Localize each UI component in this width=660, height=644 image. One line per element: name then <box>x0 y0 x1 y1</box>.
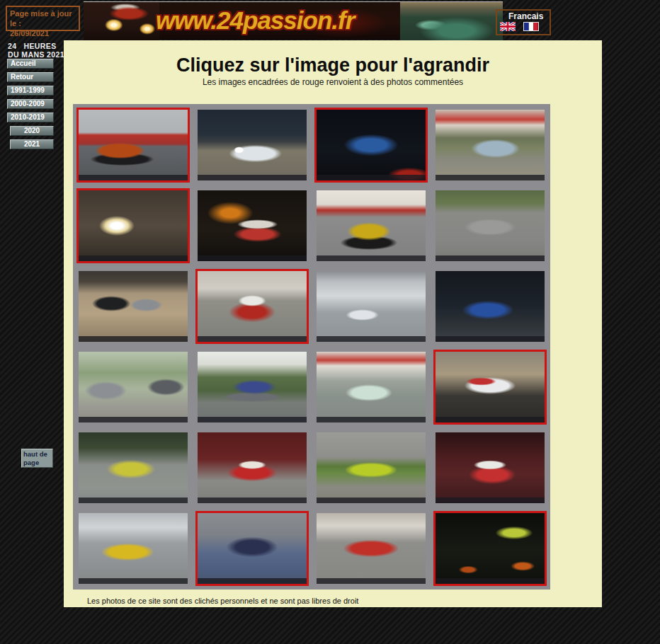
language-box: Francais <box>496 9 551 35</box>
thumb-photo <box>79 271 188 342</box>
banner-prototype-photo <box>84 2 159 40</box>
thumb-photo <box>317 432 426 503</box>
thumb-photo <box>198 190 307 261</box>
thumb-caption: © Foti - 24passion.fr <box>79 255 188 261</box>
france-flag-icon[interactable] <box>523 22 539 31</box>
thumb-photo <box>79 110 188 180</box>
gallery-thumb[interactable]: © Foti - 24passion.fr <box>433 511 547 586</box>
last-updated-box: Page mise à jour le : 26/09/2021 <box>6 6 80 31</box>
banner-astonmartin-photo <box>400 2 503 40</box>
gallery-thumb[interactable]: © Foti - 24passion.fr <box>314 350 428 425</box>
thumb-caption: © Foti - 24passion.fr <box>79 417 188 422</box>
thumb-photo <box>436 352 545 422</box>
site-banner[interactable]: www.24passion.fr <box>84 1 503 40</box>
thumb-caption: © Foti - 24passion.fr <box>436 255 545 261</box>
thumb-photo <box>436 271 545 342</box>
thumb-caption: © Foti - 24passion.fr <box>198 336 307 342</box>
main-panel: Cliquez sur l'image pour l'agrandir Les … <box>64 40 602 607</box>
gallery-thumb[interactable]: © Foti - 24passion.fr <box>314 108 428 183</box>
last-updated-date: 26/09/2021 <box>10 28 76 38</box>
gallery-thumb[interactable]: © Foti - 24passion.fr <box>195 350 309 425</box>
sidebar-item-2010-2019[interactable]: 2010-2019 <box>7 113 54 122</box>
thumb-caption: © Foti - 24passion.fr <box>198 175 307 180</box>
gallery-thumb[interactable]: © Foti - 24passion.fr <box>76 188 190 263</box>
thumb-photo <box>79 513 188 584</box>
thumb-photo <box>198 352 307 422</box>
gallery-thumb[interactable]: © Foti - 24passion.fr <box>76 108 190 183</box>
gallery-thumb[interactable]: © Foti - 24passion.fr <box>433 430 547 505</box>
thumb-photo <box>198 110 307 180</box>
copyright-note: Les photos de ce site sont des clichés p… <box>87 597 358 605</box>
last-updated-label: Page mise à jour le : <box>10 8 76 28</box>
gallery-thumb[interactable]: © Foti - 24passion.fr <box>433 269 547 344</box>
thumb-photo <box>317 513 426 584</box>
thumb-caption: © Foti - 24passion.fr <box>317 255 426 261</box>
thumb-caption: © Foti - 24passion.fr <box>317 498 426 503</box>
gallery-thumb[interactable]: © Foti - 24passion.fr <box>314 269 428 344</box>
sidebar-item-2000-2009[interactable]: 2000-2009 <box>7 99 54 109</box>
thumb-caption: © Foti - 24passion.fr <box>317 417 426 422</box>
thumb-photo <box>79 432 188 503</box>
thumb-caption: © Foti - 24passion.fr <box>198 578 307 584</box>
thumb-caption: © Foti - 24passion.fr <box>198 417 307 422</box>
gallery-thumb[interactable]: © Foti - 24passion.fr <box>76 269 190 344</box>
thumb-caption: © Foti - 24passion.fr <box>317 578 426 584</box>
gallery-thumb[interactable]: © Foti - 24passion.fr <box>433 108 547 183</box>
uk-flag-icon[interactable] <box>500 22 516 31</box>
thumb-caption: © Foti - 24passion.fr <box>79 175 188 180</box>
thumb-photo <box>317 271 426 342</box>
sidebar-item-2021[interactable]: 2021 <box>10 139 54 149</box>
thumb-caption: © Foti - 24passion.fr <box>436 175 545 180</box>
sidebar-item-2020[interactable]: 2020 <box>10 126 54 136</box>
thumb-photo <box>79 190 188 261</box>
back-to-top-button[interactable]: haut de page <box>21 449 53 468</box>
gallery-grid: © Foti - 24passion.fr © Foti - 24passion… <box>73 104 550 590</box>
page-title: Cliquez sur l'image pour l'agrandir <box>64 54 602 76</box>
thumb-photo <box>436 190 545 261</box>
gallery-thumb[interactable]: © Foti - 24passion.fr <box>314 188 428 263</box>
gallery-thumb[interactable]: © Foti - 24passion.fr <box>433 350 547 425</box>
thumb-photo <box>436 110 545 180</box>
thumb-caption: © Foti - 24passion.fr <box>436 417 545 422</box>
gallery-thumb[interactable]: © Foti - 24passion.fr <box>76 430 190 505</box>
sidebar-nav: Accueil Retour 1991-1999 2000-2009 2010-… <box>7 59 54 153</box>
gallery-thumb[interactable]: © Foti - 24passion.fr <box>195 269 309 344</box>
sidebar-item-accueil[interactable]: Accueil <box>7 59 54 69</box>
gallery-thumb[interactable]: © Foti - 24passion.fr <box>314 511 428 586</box>
gallery-thumb[interactable]: © Foti - 24passion.fr <box>76 511 190 586</box>
thumb-caption: © Foti - 24passion.fr <box>436 578 545 584</box>
gallery-thumb[interactable]: © Foti - 24passion.fr <box>76 350 190 425</box>
sidebar-title: 24 HEURES DU MANS 2021 <box>8 42 62 59</box>
sidebar-item-1991-1999[interactable]: 1991-1999 <box>7 86 54 96</box>
thumb-caption: © Foti - 24passion.fr <box>436 336 545 342</box>
thumb-caption: © Foti - 24passion.fr <box>317 336 426 342</box>
thumb-photo <box>198 271 307 342</box>
thumb-caption: © Foti - 24passion.fr <box>198 255 307 261</box>
thumb-caption: © Foti - 24passion.fr <box>436 498 545 503</box>
thumb-caption: © Foti - 24passion.fr <box>79 578 188 584</box>
thumb-caption: © Foti - 24passion.fr <box>198 498 307 503</box>
thumb-photo <box>317 110 426 180</box>
page-subtitle: Les images encadrées de rouge renvoient … <box>64 77 602 87</box>
thumb-caption: © Foti - 24passion.fr <box>79 498 188 503</box>
thumb-caption: © Foti - 24passion.fr <box>79 336 188 342</box>
thumb-caption: © Foti - 24passion.fr <box>317 175 426 180</box>
language-label: Francais <box>508 11 547 21</box>
gallery-thumb[interactable]: © Foti - 24passion.fr <box>195 430 309 505</box>
gallery-thumb[interactable]: © Foti - 24passion.fr <box>195 108 309 183</box>
thumb-photo <box>198 513 307 584</box>
thumb-photo <box>436 432 545 503</box>
gallery-thumb[interactable]: © Foti - 24passion.fr <box>433 188 547 263</box>
gallery-thumb[interactable]: © Foti - 24passion.fr <box>195 511 309 586</box>
thumb-photo <box>436 513 545 584</box>
site-url-text: www.24passion.fr <box>156 6 354 35</box>
sidebar-item-retour[interactable]: Retour <box>7 72 54 82</box>
gallery-thumb[interactable]: © Foti - 24passion.fr <box>195 188 309 263</box>
thumb-photo <box>79 352 188 422</box>
thumb-photo <box>198 432 307 503</box>
thumb-photo <box>317 190 426 261</box>
page-background: Page mise à jour le : 26/09/2021 www.24p… <box>0 0 660 644</box>
gallery-thumb[interactable]: © Foti - 24passion.fr <box>314 430 428 505</box>
thumb-photo <box>317 352 426 422</box>
